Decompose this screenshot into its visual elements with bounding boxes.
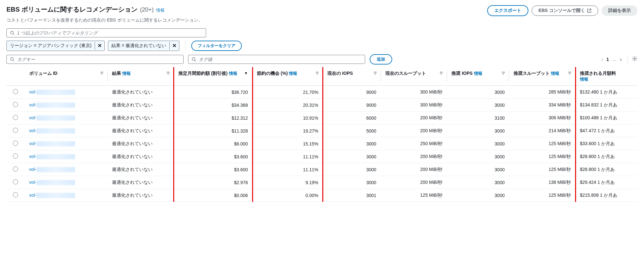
cell-current-throughput: 300 MiB/秒: [381, 86, 447, 99]
row-select-radio[interactable]: [13, 102, 18, 107]
row-select-radio[interactable]: [13, 166, 18, 172]
cell-rec-iops: 3000: [447, 176, 509, 189]
add-tag-button[interactable]: 追加: [370, 54, 392, 64]
cell-result: 最適化されていない: [108, 112, 174, 124]
sort-icon[interactable]: ▽: [167, 71, 169, 75]
info-link[interactable]: 情報: [289, 71, 297, 76]
show-detail-button[interactable]: 詳細を表示: [601, 5, 638, 16]
redacted: [36, 167, 75, 172]
redacted: [36, 141, 75, 146]
col-current-throughput[interactable]: 現在のスループット▽: [381, 67, 447, 86]
info-link[interactable]: 情報: [580, 77, 588, 82]
row-select-radio[interactable]: [13, 179, 18, 184]
volume-link[interactable]: vol-: [29, 102, 37, 107]
svg-point-3: [634, 58, 636, 59]
table-row: vol-最適化されていない$0.0060.00%3001125 MiB/秒300…: [6, 189, 638, 202]
tag-key-filter[interactable]: [6, 55, 184, 64]
sort-icon[interactable]: ▽: [316, 71, 318, 75]
property-filter-input[interactable]: [17, 30, 203, 35]
col-result[interactable]: 結果 情報▽: [108, 67, 174, 86]
volume-link[interactable]: vol-: [29, 193, 37, 198]
cell-current-throughput: 200 MiB/秒: [381, 112, 447, 124]
row-select-radio[interactable]: [13, 115, 18, 120]
cell-savings: $3.600: [174, 150, 252, 163]
tag-key-input[interactable]: [17, 57, 180, 62]
export-button[interactable]: エクスポート: [487, 5, 528, 16]
info-link[interactable]: 情報: [474, 71, 482, 76]
row-select-radio[interactable]: [13, 141, 18, 146]
cell-rec-throughput: 125 MiB/秒: [509, 189, 575, 202]
cell-rec-monthly: $28.800 1 か月あ: [575, 163, 638, 176]
cell-savings: $12.312: [174, 112, 252, 124]
redacted: [36, 128, 75, 134]
cell-rec-monthly: $215.808 1 か月あ: [575, 189, 638, 202]
cell-rec-throughput: 125 MiB/秒: [509, 150, 575, 163]
tag-value-filter[interactable]: [188, 55, 365, 64]
col-volume-id[interactable]: ボリューム ID▽: [25, 67, 108, 86]
recommendations-table: ボリューム ID▽ 結果 情報▽ 推定月間節約額 (割引後) 情報▼ 節約の機会…: [6, 67, 638, 202]
row-select-radio[interactable]: [13, 128, 18, 133]
search-icon: [10, 31, 14, 35]
volume-link[interactable]: vol-: [29, 128, 37, 133]
gear-icon: [632, 56, 638, 62]
next-page-button[interactable]: ›: [620, 56, 622, 63]
clear-filters-button[interactable]: フィルターをクリア: [191, 41, 242, 51]
col-rec-monthly[interactable]: 推奨される月額料情報: [575, 67, 638, 86]
settings-button[interactable]: [628, 56, 638, 63]
sort-icon[interactable]: ▽: [374, 71, 376, 75]
filter-token-result-remove[interactable]: ✕: [169, 42, 179, 50]
cell-result: 最適化されていない: [108, 163, 174, 176]
filter-token-region-remove[interactable]: ✕: [95, 42, 104, 50]
sort-icon[interactable]: ▽: [502, 71, 505, 75]
info-link[interactable]: 情報: [229, 71, 237, 76]
col-opportunity[interactable]: 節約の機会 (%) 情報▽: [252, 67, 323, 86]
info-link[interactable]: 情報: [551, 71, 559, 76]
col-rec-iops[interactable]: 推奨 IOPS 情報▽: [447, 67, 509, 86]
cell-rec-iops: 3000: [447, 189, 509, 202]
sort-icon[interactable]: ▽: [100, 71, 103, 75]
cell-current-iops: 3000: [323, 137, 381, 150]
col-savings[interactable]: 推定月間節約額 (割引後) 情報▼: [174, 67, 252, 86]
search-icon: [192, 57, 196, 62]
col-current-iops[interactable]: 現在の IOPS▽: [323, 67, 381, 86]
cell-result: 最適化されていない: [108, 176, 174, 189]
cell-current-iops: 3000: [323, 176, 381, 189]
row-select-radio[interactable]: [13, 89, 18, 94]
cell-opportunity: 0.00%: [252, 189, 323, 202]
table-row: vol-最適化されていない$3.60011.11%3000200 MiB/秒30…: [6, 163, 638, 176]
title-info-link[interactable]: 情報: [156, 7, 165, 13]
cell-rec-monthly: $134.832 1 か月あ: [575, 99, 638, 112]
volume-link[interactable]: vol-: [29, 154, 37, 159]
cell-opportunity: 11.11%: [252, 163, 323, 176]
sort-icon[interactable]: ▼: [244, 71, 248, 75]
cell-current-throughput: 200 MiB/秒: [381, 124, 447, 137]
cell-savings: $2.976: [174, 176, 252, 189]
cell-current-throughput: 200 MiB/秒: [381, 150, 447, 163]
tag-value-input[interactable]: [199, 57, 362, 62]
cell-rec-monthly: $47.472 1 か月あ: [575, 124, 638, 137]
sort-icon[interactable]: ▽: [440, 71, 442, 75]
info-link[interactable]: 情報: [122, 71, 131, 76]
volume-link[interactable]: vol-: [29, 115, 37, 120]
volume-link[interactable]: vol-: [29, 167, 37, 172]
cell-current-iops: 3001: [323, 189, 381, 202]
cell-result: 最適化されていない: [108, 99, 174, 112]
cell-rec-throughput: 285 MiB/秒: [509, 86, 575, 99]
redacted: [36, 115, 75, 121]
page-title: EBS ボリュームに関するレコメンデーション: [6, 5, 137, 14]
cell-rec-monthly: $29.424 1 か月あ: [575, 176, 638, 189]
cell-opportunity: 11.11%: [252, 150, 323, 163]
volume-link[interactable]: vol-: [29, 180, 37, 185]
open-ebs-console-button[interactable]: EBS コンソールで開く: [532, 5, 598, 16]
sort-icon[interactable]: ▽: [568, 71, 571, 75]
cell-current-throughput: 200 MiB/秒: [381, 163, 447, 176]
property-filter[interactable]: [6, 28, 206, 37]
cell-rec-throughput: 138 MiB/秒: [509, 176, 575, 189]
volume-link[interactable]: vol-: [29, 141, 37, 146]
prev-page-button[interactable]: ‹: [601, 56, 603, 63]
row-select-radio[interactable]: [13, 154, 18, 159]
col-rec-throughput[interactable]: 推奨スループット 情報▽: [509, 67, 575, 86]
volume-link[interactable]: vol-: [29, 89, 37, 94]
row-select-radio[interactable]: [13, 192, 18, 197]
cell-rec-iops: 3000: [447, 86, 509, 99]
